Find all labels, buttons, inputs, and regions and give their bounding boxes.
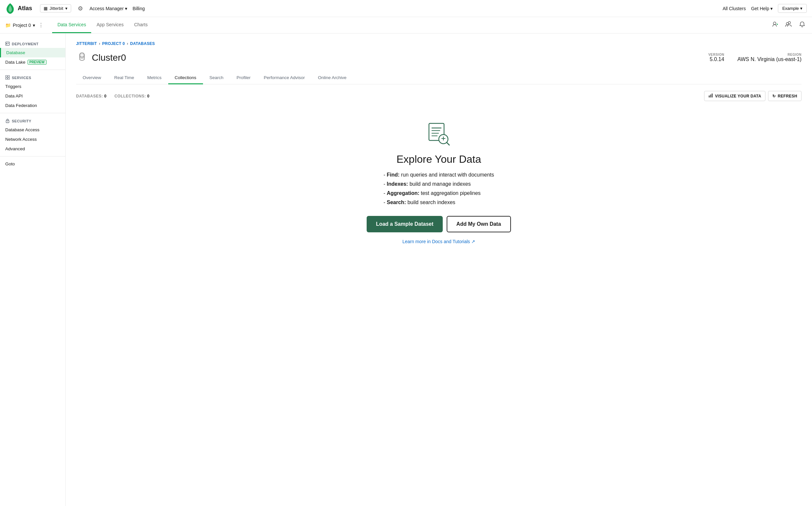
breadcrumb-sep-1: › xyxy=(99,41,100,46)
svg-rect-8 xyxy=(6,78,7,79)
deployment-icon xyxy=(5,41,10,47)
bell-icon xyxy=(799,22,805,29)
project-more-button[interactable]: ⋮ xyxy=(36,21,45,29)
atlas-logo-text: Atlas xyxy=(18,5,32,12)
main-content: JITTERBIT › PROJECT 0 › DATABASES Cluste… xyxy=(66,33,812,506)
explore-feature-find: - Find: run queries and interact with do… xyxy=(383,172,494,178)
tab-performance-advisor[interactable]: Performance Advisor xyxy=(257,72,311,84)
breadcrumb-project[interactable]: PROJECT 0 xyxy=(102,41,125,46)
org-selector[interactable]: ▦ Jitterbit ▾ xyxy=(40,4,71,12)
svg-point-12 xyxy=(80,53,84,58)
example-chevron-icon: ▾ xyxy=(800,6,803,11)
refresh-button[interactable]: ↻ REFRESH xyxy=(768,91,802,101)
sidebar-item-data-lake[interactable]: Data Lake PREVIEW xyxy=(0,58,65,67)
sidebar-item-database[interactable]: Database xyxy=(0,48,65,58)
svg-rect-4 xyxy=(6,43,7,44)
invite-user-button[interactable] xyxy=(771,20,780,30)
project-bar-right xyxy=(771,20,807,30)
get-help-link[interactable]: Get Help ▾ xyxy=(751,6,773,11)
breadcrumb: JITTERBIT › PROJECT 0 › DATABASES xyxy=(76,41,802,46)
security-lock-icon xyxy=(5,118,10,124)
tab-app-services[interactable]: App Services xyxy=(91,17,128,33)
svg-rect-3 xyxy=(6,42,9,45)
services-section-label: SERVICES xyxy=(0,73,65,82)
org-name: Jitterbit xyxy=(49,6,63,11)
tab-metrics[interactable]: Metrics xyxy=(141,72,168,84)
access-manager-label: Access Manager xyxy=(90,6,124,11)
main-layout: DEPLOYMENT Database Data Lake PREVIEW SE… xyxy=(0,33,812,506)
notifications-button[interactable] xyxy=(798,20,807,30)
svg-rect-7 xyxy=(8,76,9,77)
chart-icon xyxy=(708,93,713,99)
billing-link[interactable]: Billing xyxy=(132,6,144,11)
settings-button[interactable]: ⚙ xyxy=(76,4,84,13)
project-selector[interactable]: 📁 Project 0 ▾ xyxy=(5,23,35,28)
tab-overview[interactable]: Overview xyxy=(76,72,108,84)
project-chevron-icon: ▾ xyxy=(33,23,35,28)
stats-counts: DATABASES: 0 COLLECTIONS: 0 xyxy=(76,94,149,98)
sidebar-database-label: Database xyxy=(6,50,25,55)
tab-online-archive[interactable]: Online Archive xyxy=(311,72,353,84)
add-own-data-button[interactable]: Add My Own Data xyxy=(447,216,511,232)
explore-data-icon xyxy=(426,121,452,148)
sidebar-divider-2 xyxy=(0,113,65,113)
load-sample-dataset-button[interactable]: Load a Sample Dataset xyxy=(367,216,442,232)
explore-action-buttons: Load a Sample Dataset Add My Own Data xyxy=(367,216,511,232)
tab-search[interactable]: Search xyxy=(203,72,230,84)
preview-badge: PREVIEW xyxy=(27,60,46,65)
sidebar-item-advanced[interactable]: Advanced xyxy=(0,144,65,154)
project-tabs: Data Services App Services Charts xyxy=(52,17,153,33)
breadcrumb-jitterbit[interactable]: JITTERBIT xyxy=(76,41,97,46)
invite-user-icon xyxy=(772,22,779,29)
tab-collections[interactable]: Collections xyxy=(168,72,203,84)
billing-label: Billing xyxy=(132,6,144,11)
external-link-icon: ↗ xyxy=(471,239,475,244)
svg-rect-14 xyxy=(709,95,710,97)
tab-real-time[interactable]: Real Time xyxy=(108,72,141,84)
tab-profiler[interactable]: Profiler xyxy=(230,72,257,84)
explore-section: Explore Your Data - Find: run queries an… xyxy=(76,114,802,251)
svg-point-0 xyxy=(773,22,776,25)
cluster-tab-bar: Overview Real Time Metrics Collections S… xyxy=(76,72,802,84)
project-bar: 📁 Project 0 ▾ ⋮ Data Services App Servic… xyxy=(0,17,812,33)
tab-charts[interactable]: Charts xyxy=(129,17,153,33)
sidebar-divider-1 xyxy=(0,70,65,70)
stats-actions: VISUALIZE YOUR DATA ↻ REFRESH xyxy=(704,91,802,101)
docs-tutorials-link[interactable]: Learn more in Docs and Tutorials ↗ xyxy=(402,239,475,244)
tab-data-services[interactable]: Data Services xyxy=(52,17,91,33)
share-button[interactable] xyxy=(784,20,794,30)
sidebar-data-lake-label: Data Lake xyxy=(5,60,25,65)
svg-rect-5 xyxy=(8,43,9,44)
sidebar-item-goto[interactable]: Goto xyxy=(0,159,65,169)
breadcrumb-databases[interactable]: DATABASES xyxy=(130,41,155,46)
sidebar-item-data-api[interactable]: Data API xyxy=(0,91,65,101)
folder-icon: 📁 xyxy=(5,23,11,28)
sidebar: DEPLOYMENT Database Data Lake PREVIEW SE… xyxy=(0,33,66,506)
svg-point-11 xyxy=(7,121,8,122)
visualize-data-button[interactable]: VISUALIZE YOUR DATA xyxy=(704,91,766,101)
svg-rect-16 xyxy=(712,93,713,97)
org-chevron-icon: ▾ xyxy=(65,6,68,11)
sidebar-item-database-access[interactable]: Database Access xyxy=(0,125,65,135)
example-button[interactable]: Example ▾ xyxy=(778,4,807,13)
access-manager-chevron-icon: ▾ xyxy=(125,6,127,11)
get-help-chevron-icon: ▾ xyxy=(770,6,773,11)
access-manager-link[interactable]: Access Manager ▾ xyxy=(90,6,127,11)
all-clusters-link[interactable]: All Clusters xyxy=(722,6,746,11)
share-icon xyxy=(785,22,792,29)
sidebar-item-triggers[interactable]: Triggers xyxy=(0,82,65,91)
top-navbar: Atlas ▦ Jitterbit ▾ ⚙ Access Manager ▾ B… xyxy=(0,0,812,17)
sidebar-item-network-access[interactable]: Network Access xyxy=(0,135,65,144)
databases-stat: DATABASES: 0 xyxy=(76,94,107,98)
cluster-name: Cluster0 xyxy=(92,53,126,63)
refresh-icon: ↻ xyxy=(772,94,776,98)
cluster-icon xyxy=(76,51,88,64)
svg-line-23 xyxy=(447,143,449,145)
sidebar-divider-3 xyxy=(0,156,65,157)
sidebar-item-data-federation[interactable]: Data Federation xyxy=(0,101,65,110)
explore-feature-search: - Search: build search indexes xyxy=(383,199,494,205)
services-icon xyxy=(5,75,10,80)
cluster-meta: VERSION 5.0.14 REGION AWS N. Virginia (u… xyxy=(708,53,802,62)
cluster-version: VERSION 5.0.14 xyxy=(708,53,724,62)
explore-feature-aggregation: - Aggregation: test aggregation pipeline… xyxy=(383,190,494,196)
